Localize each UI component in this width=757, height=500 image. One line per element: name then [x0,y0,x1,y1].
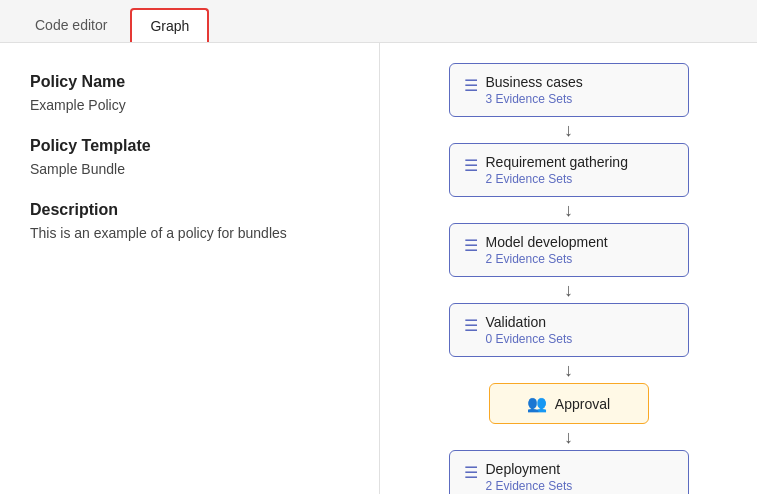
arrow-3: ↓ [449,281,689,299]
flow-node-model-development[interactable]: ☰ Model development 2 Evidence Sets [449,223,689,277]
arrow-4: ↓ [449,361,689,379]
validation-title: Validation [486,314,573,330]
flow-node-business-cases[interactable]: ☰ Business cases 3 Evidence Sets [449,63,689,117]
business-cases-title: Business cases [486,74,583,90]
arrow-2: ↓ [449,201,689,219]
flow-node-deployment[interactable]: ☰ Deployment 2 Evidence Sets [449,450,689,494]
right-panel: ☰ Business cases 3 Evidence Sets ↓ ☰ Req… [380,43,757,494]
list-icon-5: ☰ [464,463,478,482]
description-label: Description [30,201,349,219]
flow-node-content: Business cases 3 Evidence Sets [486,74,583,106]
left-panel: Policy Name Example Policy Policy Templa… [0,43,380,494]
business-cases-sub: 3 Evidence Sets [486,92,583,106]
requirement-gathering-sub: 2 Evidence Sets [486,172,628,186]
flow-container: ☰ Business cases 3 Evidence Sets ↓ ☰ Req… [449,63,689,494]
list-icon-3: ☰ [464,236,478,255]
policy-name-label: Policy Name [30,73,349,91]
tab-graph[interactable]: Graph [130,8,209,42]
policy-template-label: Policy Template [30,137,349,155]
deployment-title: Deployment [486,461,573,477]
tab-bar: Code editor Graph [0,0,757,43]
policy-template-value: Sample Bundle [30,161,349,177]
model-development-title: Model development [486,234,608,250]
approval-icon: 👥 [527,394,547,413]
tab-code-editor[interactable]: Code editor [16,8,126,42]
list-icon-2: ☰ [464,156,478,175]
approval-label: Approval [555,396,610,412]
flow-node-requirement-gathering[interactable]: ☰ Requirement gathering 2 Evidence Sets [449,143,689,197]
flow-node-validation[interactable]: ☰ Validation 0 Evidence Sets [449,303,689,357]
list-icon-4: ☰ [464,316,478,335]
main-content: Policy Name Example Policy Policy Templa… [0,43,757,494]
model-development-sub: 2 Evidence Sets [486,252,608,266]
flow-node-approval[interactable]: 👥 Approval [489,383,649,424]
description-value: This is an example of a policy for bundl… [30,225,349,241]
requirement-gathering-title: Requirement gathering [486,154,628,170]
list-icon: ☰ [464,76,478,95]
arrow-1: ↓ [449,121,689,139]
validation-sub: 0 Evidence Sets [486,332,573,346]
deployment-sub: 2 Evidence Sets [486,479,573,493]
policy-name-value: Example Policy [30,97,349,113]
arrow-5: ↓ [449,428,689,446]
